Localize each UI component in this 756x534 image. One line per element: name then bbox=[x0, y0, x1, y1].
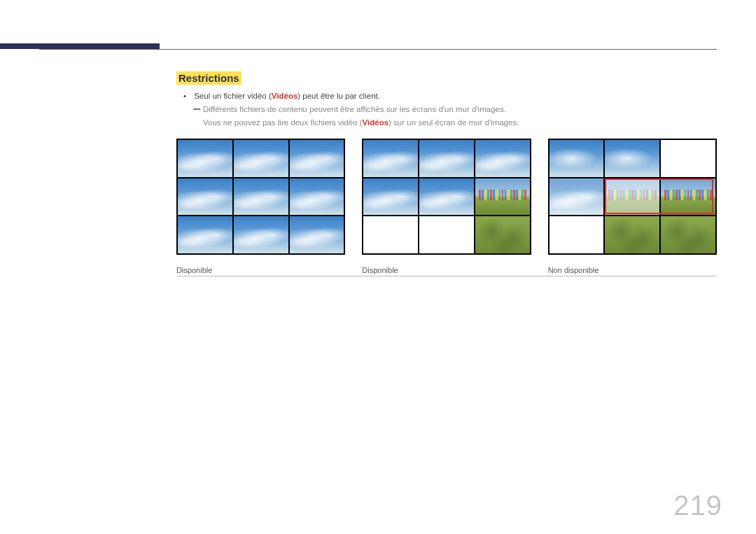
grid-cell bbox=[661, 216, 715, 253]
page-number: 219 bbox=[673, 490, 722, 521]
video-wall-3 bbox=[548, 139, 717, 255]
grid-cell bbox=[290, 140, 344, 177]
grid-cell bbox=[661, 140, 715, 177]
grid-cell bbox=[550, 140, 604, 177]
sub2-highlight: Vidéos bbox=[363, 118, 389, 127]
grid-cell bbox=[178, 178, 232, 216]
grid-cell bbox=[605, 216, 659, 253]
sub2-suffix: ) sur un seul écran de mur d'images. bbox=[388, 118, 519, 127]
grid-cell bbox=[290, 216, 344, 253]
caption-2: Disponible bbox=[362, 263, 531, 274]
grid-cell bbox=[605, 140, 659, 177]
grid-cell bbox=[550, 178, 604, 216]
grid-cell bbox=[419, 178, 474, 216]
grid-cell bbox=[363, 178, 418, 216]
grid-cell bbox=[475, 140, 530, 177]
grid-cell bbox=[363, 216, 418, 253]
bullet-text-prefix: Seul un fichier vidéo ( bbox=[194, 92, 272, 100]
grid-cell bbox=[234, 216, 288, 253]
bullet-item: • Seul un fichier vidéo (Vidéos) peut êt… bbox=[183, 92, 380, 100]
bullet-text-suffix: ) peut être lu par client. bbox=[298, 92, 380, 100]
bullet-highlight: Vidéos bbox=[272, 92, 298, 100]
grid-cell bbox=[661, 178, 715, 216]
grid-cell bbox=[234, 178, 288, 216]
sub2-prefix: Vous ne pouvez pas lire deux fichiers vi… bbox=[203, 118, 363, 127]
header-accent-bar bbox=[0, 43, 160, 49]
header-rule bbox=[39, 49, 717, 50]
grid-cell bbox=[290, 178, 344, 216]
grid-cell bbox=[234, 140, 288, 177]
grid-cell bbox=[475, 178, 530, 216]
grid-cell bbox=[419, 216, 474, 253]
caption-1: Disponible bbox=[176, 263, 345, 274]
grid-cell bbox=[419, 140, 474, 177]
grid-cell bbox=[605, 178, 659, 216]
sub-bullet-1: Différents fichiers de contenu peuvent ê… bbox=[193, 105, 506, 113]
captions-row: Disponible Disponible Non disponible bbox=[176, 263, 717, 274]
grid-cell bbox=[363, 140, 418, 177]
grid-cell bbox=[178, 140, 232, 177]
bullet-dot-icon: • bbox=[183, 92, 192, 100]
grid-cell bbox=[550, 216, 604, 253]
video-wall-1 bbox=[176, 139, 345, 255]
grid-cell bbox=[178, 216, 232, 253]
video-wall-2 bbox=[362, 139, 531, 255]
sub-bullet-2: Vous ne pouvez pas lire deux fichiers vi… bbox=[203, 118, 519, 127]
section-heading: Restrictions bbox=[176, 71, 241, 85]
caption-3: Non disponible bbox=[548, 263, 717, 274]
grid-cell bbox=[475, 216, 530, 253]
caption-rule bbox=[176, 276, 717, 276]
video-wall-examples bbox=[176, 139, 717, 255]
